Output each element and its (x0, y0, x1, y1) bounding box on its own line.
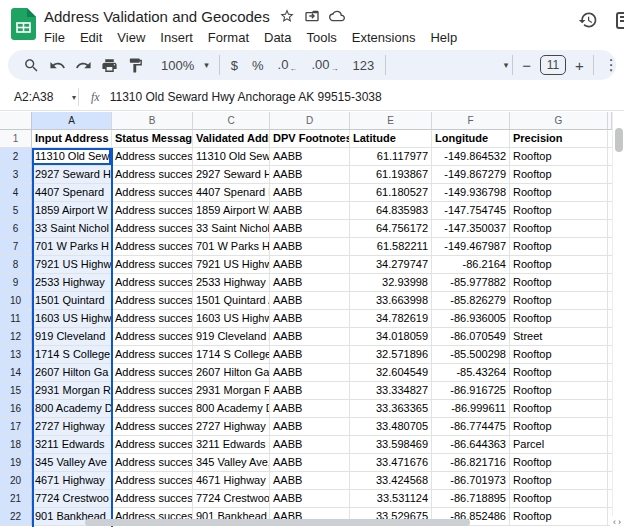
cell[interactable]: AABB (270, 166, 350, 184)
row-number[interactable]: 20 (0, 472, 32, 490)
increase-decimal-button[interactable]: .00→ (304, 57, 345, 73)
cell[interactable]: Address success (112, 454, 193, 472)
cell[interactable]: 2607 Hilton Gard (193, 364, 270, 382)
cell[interactable]: AABB (270, 148, 350, 166)
cell[interactable]: 61.180527 (350, 184, 432, 202)
row-number[interactable]: 7 (0, 238, 32, 256)
cell[interactable]: 701 W Parks Hw (193, 238, 270, 256)
select-all-button[interactable] (0, 112, 32, 130)
menu-data[interactable]: Data (264, 30, 291, 45)
cell[interactable]: 34.018059 (350, 328, 432, 346)
cell[interactable]: Rooftop (510, 166, 608, 184)
cell[interactable]: Address success (112, 346, 193, 364)
cell[interactable]: Address success (112, 364, 193, 382)
cell[interactable]: Address success (112, 310, 193, 328)
cell[interactable]: 61.117977 (350, 148, 432, 166)
cell[interactable]: Address success (112, 436, 193, 454)
cell[interactable]: 4407 Spenard R (193, 184, 270, 202)
cell[interactable]: 7724 Crestwoo (32, 490, 112, 508)
cell[interactable]: 4671 Highway 28 (193, 472, 270, 490)
cell[interactable]: 345 Valley Ave, B (193, 454, 270, 472)
menu-tools[interactable]: Tools (306, 30, 336, 45)
cell[interactable]: 33 Saint Nichola (193, 220, 270, 238)
cell[interactable]: 2533 Highway 2 (193, 274, 270, 292)
cell[interactable]: AABB (270, 400, 350, 418)
redo-icon[interactable] (70, 53, 96, 77)
move-folder-icon[interactable] (304, 8, 320, 24)
column-header-e[interactable]: E (350, 112, 432, 130)
cell[interactable]: -86.999611 (432, 400, 510, 418)
header-cell[interactable]: Latitude (350, 130, 432, 148)
cell[interactable]: Rooftop (510, 490, 608, 508)
cell[interactable]: 701 W Parks H (32, 238, 112, 256)
cell[interactable]: Address success (112, 148, 193, 166)
cell[interactable]: Rooftop (510, 220, 608, 238)
scroll-corner-arrows[interactable]: ‹› (610, 516, 624, 527)
row-number[interactable]: 18 (0, 436, 32, 454)
cell[interactable]: 64.835983 (350, 202, 432, 220)
cell[interactable]: 33 Saint Nichol (32, 220, 112, 238)
row-number[interactable]: 6 (0, 220, 32, 238)
cell[interactable]: -86.916725 (432, 382, 510, 400)
vertical-scrollbar-thumb[interactable] (615, 128, 623, 152)
cell[interactable]: 32.93998 (350, 274, 432, 292)
cell[interactable]: Rooftop (510, 238, 608, 256)
cell[interactable]: 2927 Seward Hw (193, 166, 270, 184)
cell[interactable]: 34.279747 (350, 256, 432, 274)
cell[interactable]: Address success (112, 220, 193, 238)
cell[interactable]: Parcel (510, 436, 608, 454)
column-header-g[interactable]: G (510, 112, 608, 130)
cell[interactable]: Rooftop (510, 202, 608, 220)
cell[interactable]: 2727 Highway 28 (193, 418, 270, 436)
cell[interactable]: 1714 S College (32, 346, 112, 364)
cell[interactable]: Address success (112, 274, 193, 292)
name-box[interactable]: A2:A38 (0, 90, 62, 104)
cell[interactable]: Rooftop (510, 346, 608, 364)
more-options-icon[interactable]: ⋮ (598, 56, 624, 74)
cell[interactable]: 345 Valley Ave (32, 454, 112, 472)
cell[interactable]: -149.936798 (432, 184, 510, 202)
cell[interactable]: 2931 Morgan R (32, 382, 112, 400)
column-header-b[interactable]: B (112, 112, 193, 130)
column-header-f[interactable]: F (432, 112, 510, 130)
cell[interactable]: 919 Cleveland (32, 328, 112, 346)
cell[interactable]: 1501 Quintard A (193, 292, 270, 310)
version-history-icon[interactable] (578, 10, 598, 30)
cell[interactable]: -86.718895 (432, 490, 510, 508)
cell[interactable]: 61.582211 (350, 238, 432, 256)
cell[interactable]: -86.644363 (432, 436, 510, 454)
decrease-font-size-button[interactable]: − (517, 57, 536, 74)
cell[interactable]: Rooftop (510, 292, 608, 310)
cell[interactable]: AABB (270, 292, 350, 310)
cell[interactable]: AABB (270, 418, 350, 436)
menu-format[interactable]: Format (208, 30, 249, 45)
cell[interactable]: AABB (270, 184, 350, 202)
column-header-a[interactable]: A (32, 112, 112, 130)
cell[interactable]: 1501 Quintard (32, 292, 112, 310)
row-number[interactable]: 1 (0, 130, 32, 148)
increase-font-size-button[interactable]: + (570, 57, 589, 74)
cell[interactable]: AABB (270, 490, 350, 508)
row-number[interactable]: 12 (0, 328, 32, 346)
cell[interactable]: 33.531124 (350, 490, 432, 508)
cell[interactable]: 33.471676 (350, 454, 432, 472)
cell[interactable]: Rooftop (510, 274, 608, 292)
row-number[interactable]: 21 (0, 490, 32, 508)
cell[interactable]: AABB (270, 346, 350, 364)
menu-help[interactable]: Help (430, 30, 457, 45)
cell[interactable]: AABB (270, 382, 350, 400)
row-number[interactable]: 14 (0, 364, 32, 382)
row-number[interactable]: 13 (0, 346, 32, 364)
cell[interactable]: AABB (270, 256, 350, 274)
partial-panel-icon[interactable] (616, 12, 624, 29)
cell[interactable]: -85.977882 (432, 274, 510, 292)
chevron-down-icon[interactable]: ▾ (72, 93, 76, 102)
cell[interactable]: AABB (270, 472, 350, 490)
cell[interactable]: 4671 Highway (32, 472, 112, 490)
cell[interactable]: 1859 Airport Wa (193, 202, 270, 220)
row-number[interactable]: 9 (0, 274, 32, 292)
formula-input[interactable]: 11310 Old Seward Hwy Anchorage AK 99515-… (110, 90, 382, 104)
column-header-d[interactable]: D (270, 112, 350, 130)
cell[interactable]: Rooftop (510, 184, 608, 202)
cell[interactable]: -149.867279 (432, 166, 510, 184)
